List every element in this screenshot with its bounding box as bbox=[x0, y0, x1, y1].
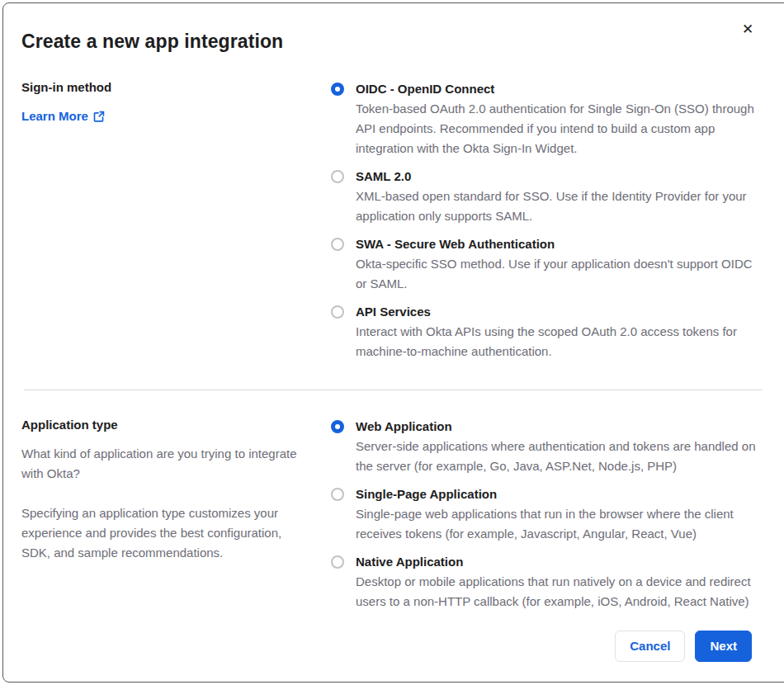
close-icon[interactable]: ✕ bbox=[738, 20, 758, 40]
option-web-application: Web Application Server-side applications… bbox=[328, 417, 763, 476]
option-single-page-application-description: Single-page web applications that run in… bbox=[356, 504, 763, 544]
learn-more-label: Learn More bbox=[21, 108, 88, 125]
option-swa: SWA - Secure Web Authentication Okta-spe… bbox=[328, 234, 763, 294]
application-type-label: Application type bbox=[21, 417, 307, 433]
sign-in-method-left-column: Sign-in method Learn More bbox=[21, 79, 328, 125]
radio-unselected-icon[interactable] bbox=[331, 305, 344, 319]
option-oidc-description: Token-based OAuth 2.0 authentication for… bbox=[356, 99, 763, 158]
section-divider bbox=[24, 390, 763, 390]
application-type-description-1: What kind of application are you trying … bbox=[21, 444, 307, 484]
application-type-description-2: Specifying an application type customize… bbox=[21, 503, 307, 563]
option-oidc-body: OIDC - OpenID Connect Token-based OAuth … bbox=[356, 79, 763, 158]
application-type-section: Application type What kind of applicatio… bbox=[21, 417, 765, 612]
option-oidc-title[interactable]: OIDC - OpenID Connect bbox=[356, 79, 763, 99]
option-native-application-title[interactable]: Native Application bbox=[356, 552, 763, 572]
radio-unselected-icon[interactable] bbox=[331, 170, 344, 183]
option-native-application-body: Native Application Desktop or mobile app… bbox=[356, 552, 763, 612]
option-api-services-description: Interact with Okta APIs using the scoped… bbox=[356, 322, 763, 361]
option-saml: SAML 2.0 XML-based open standard for SSO… bbox=[328, 167, 763, 226]
option-single-page-application: Single-Page Application Single-page web … bbox=[328, 484, 763, 544]
sign-in-method-label: Sign-in method bbox=[21, 79, 307, 96]
option-single-page-application-body: Single-Page Application Single-page web … bbox=[356, 484, 763, 544]
option-native-application: Native Application Desktop or mobile app… bbox=[328, 552, 763, 612]
radio-unselected-icon[interactable] bbox=[331, 238, 344, 251]
radio-unselected-icon[interactable] bbox=[331, 555, 344, 569]
external-link-icon bbox=[93, 111, 105, 122]
option-saml-title[interactable]: SAML 2.0 bbox=[356, 167, 763, 187]
option-saml-body: SAML 2.0 XML-based open standard for SSO… bbox=[356, 167, 763, 226]
option-saml-description: XML-based open standard for SSO. Use if … bbox=[356, 187, 763, 226]
sign-in-method-options: OIDC - OpenID Connect Token-based OAuth … bbox=[328, 79, 765, 361]
option-api-services-body: API Services Interact with Okta APIs usi… bbox=[356, 302, 763, 361]
option-web-application-title[interactable]: Web Application bbox=[356, 417, 763, 437]
option-single-page-application-title[interactable]: Single-Page Application bbox=[356, 484, 763, 504]
option-native-application-description: Desktop or mobile applications that run … bbox=[356, 572, 763, 612]
learn-more-link[interactable]: Learn More bbox=[21, 108, 105, 125]
application-type-left-column: Application type What kind of applicatio… bbox=[21, 417, 328, 563]
dialog-content: ✕ Create a new app integration Sign-in m… bbox=[3, 3, 784, 682]
option-web-application-description: Server-side applications where authentic… bbox=[356, 437, 763, 476]
radio-selected-icon[interactable] bbox=[331, 420, 344, 433]
create-app-integration-dialog: ✕ Create a new app integration Sign-in m… bbox=[2, 2, 784, 683]
option-swa-description: Okta-specific SSO method. Use if your ap… bbox=[356, 254, 763, 294]
dialog-footer: Cancel Next bbox=[615, 631, 752, 662]
option-swa-body: SWA - Secure Web Authentication Okta-spe… bbox=[356, 234, 763, 294]
radio-unselected-icon[interactable] bbox=[331, 488, 344, 501]
next-button[interactable]: Next bbox=[695, 631, 752, 662]
sign-in-method-section: Sign-in method Learn More bbox=[21, 79, 765, 361]
radio-selected-icon[interactable] bbox=[331, 83, 344, 96]
application-type-options: Web Application Server-side applications… bbox=[328, 417, 765, 612]
option-api-services-title[interactable]: API Services bbox=[356, 302, 763, 322]
cancel-button[interactable]: Cancel bbox=[615, 631, 685, 662]
option-web-application-body: Web Application Server-side applications… bbox=[356, 417, 763, 476]
option-oidc: OIDC - OpenID Connect Token-based OAuth … bbox=[328, 79, 763, 158]
page-title: Create a new app integration bbox=[21, 31, 765, 53]
option-swa-title[interactable]: SWA - Secure Web Authentication bbox=[356, 234, 763, 254]
option-api-services: API Services Interact with Okta APIs usi… bbox=[328, 302, 763, 361]
